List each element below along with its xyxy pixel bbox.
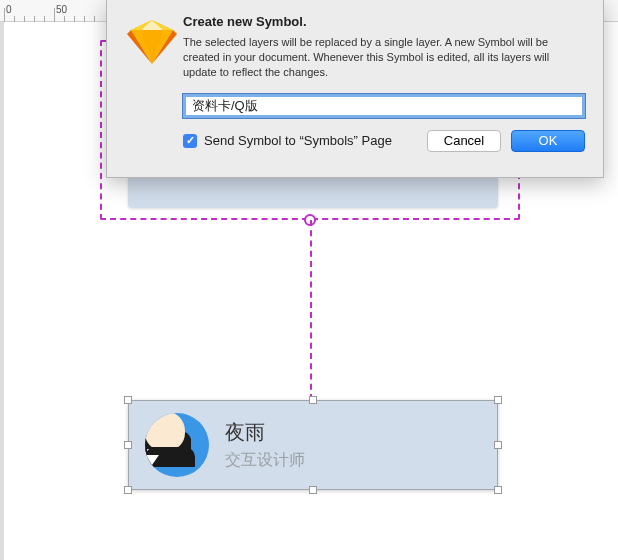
- resize-handle[interactable]: [124, 486, 132, 494]
- card-role: 交互设计师: [225, 450, 305, 471]
- card-selection-wrap[interactable]: 夜雨 交互设计师: [128, 400, 498, 490]
- card-name: 夜雨: [225, 419, 305, 446]
- create-symbol-dialog: Create new Symbol. The selected layers w…: [106, 0, 604, 178]
- send-to-symbols-checkbox[interactable]: ✓ Send Symbol to “Symbols” Page: [183, 133, 392, 148]
- checkbox-label: Send Symbol to “Symbols” Page: [204, 133, 392, 148]
- avatar: [145, 413, 209, 477]
- cancel-button[interactable]: Cancel: [427, 130, 501, 152]
- dialog-title: Create new Symbol.: [183, 14, 585, 29]
- resize-handle[interactable]: [494, 441, 502, 449]
- ruler-mark: [54, 8, 55, 22]
- app-icon: [121, 14, 183, 163]
- symbol-name-input[interactable]: [183, 94, 585, 118]
- checkbox-icon: ✓: [183, 134, 197, 148]
- canvas: 0 50 夜雨: [0, 0, 618, 560]
- resize-handle[interactable]: [494, 486, 502, 494]
- ruler-tick: 0: [6, 4, 12, 15]
- resize-handle[interactable]: [309, 396, 317, 404]
- ok-button[interactable]: OK: [511, 130, 585, 152]
- dialog-description: The selected layers will be replaced by …: [183, 35, 585, 80]
- ruler-mark: [4, 8, 5, 22]
- resize-handle[interactable]: [494, 396, 502, 404]
- connector-line: [310, 220, 312, 400]
- resize-handle[interactable]: [309, 486, 317, 494]
- resize-handle[interactable]: [124, 441, 132, 449]
- resize-handle[interactable]: [124, 396, 132, 404]
- ruler-tick: 50: [56, 4, 67, 15]
- profile-card[interactable]: 夜雨 交互设计师: [128, 400, 498, 490]
